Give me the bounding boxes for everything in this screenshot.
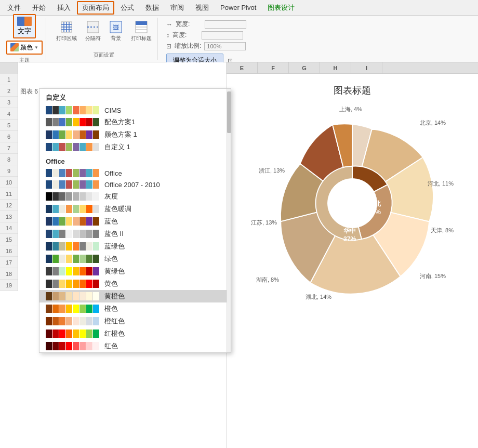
swatch <box>73 292 79 300</box>
label-tianjin: 天津, 8% <box>431 227 454 234</box>
swatch <box>93 242 99 251</box>
dropdown-item-blue2[interactable]: 蓝色 II <box>39 228 231 240</box>
dropdown-item-colorscheme1[interactable]: 颜色方案 1 <box>39 128 231 141</box>
dropdown-item-green[interactable]: 绿色 <box>39 253 231 265</box>
color-button[interactable]: 颜色 ▼ <box>6 41 43 55</box>
orange-swatches <box>46 305 99 313</box>
dropdown-item-office2007[interactable]: Office 2007 - 2010 <box>39 179 231 190</box>
height-input[interactable] <box>202 31 243 39</box>
color-theme-dropdown[interactable]: 自定义 CIMS <box>39 88 231 353</box>
swatch <box>59 280 65 288</box>
redorange-swatches <box>46 330 99 338</box>
width-input[interactable] <box>205 20 246 29</box>
menu-pagelayout[interactable]: 页面布局 <box>77 1 114 15</box>
row-num-1: 1 <box>0 74 18 85</box>
menu-view[interactable]: 视图 <box>190 1 214 15</box>
dropdown-item-bluewarm[interactable]: 蓝色暖调 <box>39 203 231 215</box>
row-num-17: 17 <box>0 257 18 268</box>
menu-file[interactable]: 文件 <box>2 1 26 15</box>
swatch <box>52 169 59 177</box>
separator-button[interactable]: 分隔符 <box>83 19 103 44</box>
swatch <box>66 169 72 177</box>
chart-title: 图表标题 <box>334 84 371 97</box>
dropdown-item-custom1[interactable]: 自定义 1 <box>39 141 231 153</box>
swatch <box>86 230 92 238</box>
dropdown-item-scheme1[interactable]: 配色方案1 <box>39 116 231 128</box>
menu-review[interactable]: 审阅 <box>165 1 189 15</box>
swatch <box>73 330 79 338</box>
custom1-swatches <box>46 143 99 151</box>
item-label-red: 红色 <box>104 341 118 351</box>
yellowgreen-swatches <box>46 267 99 275</box>
swatch <box>73 317 79 325</box>
label-hebei: 河北, 11% <box>428 180 454 188</box>
blue2-swatches <box>46 230 99 238</box>
dropdown-item-orange[interactable]: 橙色 <box>39 302 231 315</box>
dropdown-item-yelloworange[interactable]: 黄橙色 <box>39 290 231 302</box>
swatch <box>66 180 72 189</box>
swatch <box>86 305 92 313</box>
scrollbar-thumb[interactable] <box>227 91 231 133</box>
dropdown-item-gray[interactable]: 灰度 <box>39 190 231 203</box>
scale-label: 缩放比例: <box>175 42 201 50</box>
swatch <box>66 330 72 338</box>
item-label-redorange: 红橙色 <box>104 329 125 338</box>
swatch <box>59 169 65 177</box>
dropdown-item-yellowgreen[interactable]: 黄绿色 <box>39 265 231 278</box>
item-label-scheme1: 配色方案1 <box>104 117 135 127</box>
swatch <box>52 143 59 151</box>
section-office-title: Office <box>39 153 231 167</box>
background-button[interactable]: 🖼 背景 <box>107 19 125 44</box>
label-beijing: 北京, 14% <box>420 119 446 127</box>
menu-insert[interactable]: 插入 <box>52 1 76 15</box>
swatch <box>73 180 79 189</box>
swatch <box>79 317 86 325</box>
east-pct: 30% <box>339 203 352 210</box>
swatch <box>73 106 79 114</box>
east-label: 华东 <box>339 194 353 201</box>
swatch <box>86 342 92 350</box>
dropdown-item-redorange[interactable]: 红橙色 <box>39 327 231 340</box>
dropdown-item-orangered[interactable]: 橙红色 <box>39 315 231 327</box>
blue-swatches <box>46 217 99 226</box>
menu-powerpivot[interactable]: Power Pivot <box>215 2 261 14</box>
swatch <box>93 192 99 201</box>
swatch <box>46 292 52 300</box>
menu-chartdesign[interactable]: 图表设计 <box>262 1 300 15</box>
green-swatches <box>46 255 99 263</box>
swatch <box>66 342 72 350</box>
theme-button[interactable]: 文字 <box>13 14 36 38</box>
swatch <box>52 317 59 325</box>
swatch <box>86 330 92 338</box>
row-num-7: 7 <box>0 142 18 154</box>
dropdown-item-red[interactable]: 红色 <box>39 340 231 352</box>
swatch <box>79 292 86 300</box>
width-label: 宽度: <box>176 20 202 29</box>
row-num-13: 13 <box>0 211 18 222</box>
menu-data[interactable]: 数据 <box>140 1 164 15</box>
dropdown-item-cims[interactable]: CIMS <box>39 104 231 116</box>
dropdown-item-yellow[interactable]: 黄色 <box>39 278 231 290</box>
color-swatch-icon <box>10 43 19 51</box>
swatch <box>86 255 92 263</box>
dropdown-item-blue[interactable]: 蓝色 <box>39 215 231 228</box>
menu-home[interactable]: 开始 <box>27 1 51 15</box>
swatch <box>79 143 86 151</box>
row-num-14: 14 <box>0 222 18 234</box>
swatch <box>59 180 65 189</box>
print-area-button[interactable]: 打印区域 <box>54 19 79 44</box>
chart-area: 图表标题 <box>227 74 478 323</box>
dropdown-item-office[interactable]: Office <box>39 167 231 179</box>
swatch <box>73 342 79 350</box>
swatch <box>66 118 72 126</box>
dropdown-item-teal[interactable]: 蓝绿色 <box>39 240 231 253</box>
ribbon: 文字 颜色 ▼ 主题 打印区域 <box>0 16 478 62</box>
swatch <box>59 242 65 251</box>
print-title-button[interactable]: 打印标题 <box>128 19 154 44</box>
separator-label: 分隔符 <box>85 35 101 42</box>
label-hunan: 湖南, 8% <box>256 276 279 284</box>
swatch <box>59 192 65 201</box>
height-icon: ↕ <box>166 32 169 39</box>
menu-formula[interactable]: 公式 <box>115 1 139 15</box>
scale-input[interactable]: 100% <box>204 42 246 50</box>
